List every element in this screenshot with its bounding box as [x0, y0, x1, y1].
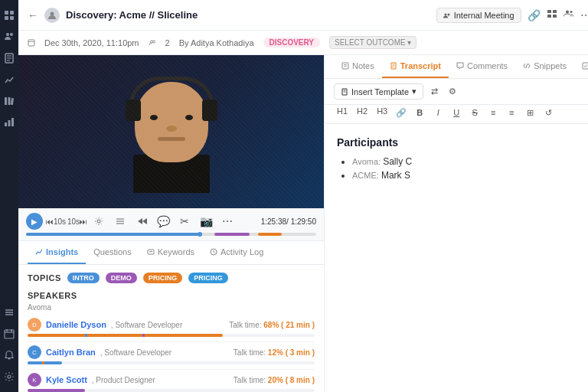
tab-comments[interactable]: Comments: [449, 55, 515, 78]
bold-icon[interactable]: B: [412, 105, 427, 120]
link-format-icon[interactable]: 🔗: [394, 105, 409, 120]
topic-demo[interactable]: DEMO: [106, 273, 137, 283]
main-content: ← Discovery: Acme // Sliceline Internal …: [18, 0, 588, 392]
svg-point-31: [566, 11, 569, 14]
topic-pricing-2[interactable]: PRICING: [188, 273, 228, 283]
controls-bar: ▶ ⏮10s 10s⏭ 💬 ✂: [18, 208, 324, 241]
tab-activity-log[interactable]: Activity Log: [202, 241, 271, 264]
select-outcome-button[interactable]: SELECT OUTCOME ▾: [329, 36, 416, 49]
video-frame[interactable]: [18, 55, 324, 208]
insert-template-button[interactable]: Insert Template ▾: [334, 83, 423, 100]
svg-point-23: [8, 375, 11, 378]
users-icon[interactable]: [564, 8, 574, 21]
settings-ctrl-icon[interactable]: [90, 213, 107, 230]
progress-bar[interactable]: [26, 233, 316, 236]
filter-icon[interactable]: ⚙: [445, 84, 460, 100]
camera-button[interactable]: 📷: [198, 213, 214, 230]
speaker-talktime-1: Talk time: 68% ( 21 min ): [229, 321, 315, 329]
play-button[interactable]: ▶: [26, 213, 43, 230]
svg-point-32: [570, 11, 572, 13]
link-icon[interactable]: 🔗: [528, 9, 541, 21]
svg-rect-0: [5, 11, 8, 15]
progress-row: [26, 233, 316, 236]
insights-tabs: Insights Questions Keywords Activity Log: [18, 241, 324, 265]
sidebar-bell-icon[interactable]: [0, 346, 18, 364]
h3-button[interactable]: H3: [374, 105, 390, 120]
list-ctrl-icon[interactable]: [112, 213, 129, 230]
internal-meeting-label: Internal Meeting: [454, 11, 514, 20]
participants-count: 2: [165, 38, 170, 47]
svg-rect-46: [342, 63, 348, 69]
sidebar-analytics-icon[interactable]: [0, 113, 18, 132]
back10-button[interactable]: [133, 213, 150, 230]
content-split: ▶ ⏮10s 10s⏭ 💬 ✂: [18, 55, 588, 392]
more-icon[interactable]: ⋯: [580, 9, 588, 21]
sidebar-library-icon[interactable]: [0, 92, 18, 110]
svg-rect-19: [5, 330, 14, 338]
ordered-list-icon[interactable]: ≡: [504, 105, 519, 120]
back-button[interactable]: ←: [28, 9, 38, 21]
meeting-author: By Aditya Kothadiya: [179, 38, 254, 47]
meeting-avatar: [44, 8, 60, 23]
metabar: Dec 30th, 2020, 11:10pm 2 By Aditya Koth…: [18, 31, 588, 55]
tab-notes[interactable]: Notes: [334, 55, 382, 78]
tab-scorecards[interactable]: Scorecards: [574, 55, 588, 78]
sidebar-notes-icon[interactable]: [0, 49, 18, 67]
tab-transcript[interactable]: Transcript: [382, 55, 449, 78]
speaker-avatar-1: D: [28, 318, 41, 332]
speaker-role-3: , Product Designer: [92, 376, 155, 384]
speakers-section: SPEAKERS Avoma D Danielle Dyson , Softwa…: [28, 291, 315, 392]
rewind-button[interactable]: ⏮10s: [47, 213, 64, 230]
heading-row: H1 H2 H3 🔗 B I U S ≡ ≡ ⊞ ↺: [325, 105, 588, 124]
svg-rect-14: [8, 120, 11, 126]
sidebar-home-icon[interactable]: [0, 6, 18, 24]
tab-questions[interactable]: Questions: [86, 241, 139, 264]
svg-rect-10: [5, 97, 7, 105]
undo-icon[interactable]: ↺: [541, 105, 556, 120]
speaker-talktime-3: Talk time: 20% ( 8 min ): [234, 376, 315, 384]
speaker-name-3[interactable]: Kyle Scott: [46, 375, 87, 384]
svg-rect-13: [5, 122, 7, 126]
clip-button[interactable]: ✂: [176, 213, 193, 230]
more-ctrl-button[interactable]: ⋯: [219, 213, 236, 230]
topic-pricing-1[interactable]: PRICING: [143, 273, 183, 283]
sync-icon[interactable]: ⇄: [426, 84, 442, 100]
h1-button[interactable]: H1: [334, 105, 351, 120]
speaker-avatar-3: K: [28, 373, 41, 387]
comment-button[interactable]: 💬: [155, 213, 172, 230]
svg-rect-1: [10, 11, 14, 15]
topic-intro[interactable]: INTRO: [67, 273, 100, 283]
svg-line-52: [526, 64, 528, 68]
forward-button[interactable]: 10s⏭: [69, 213, 86, 230]
table-icon[interactable]: ⊞: [522, 105, 537, 120]
layout-icon[interactable]: [547, 8, 557, 21]
tab-snippets[interactable]: Snippets: [515, 55, 574, 78]
participant-2: ACME: Mark S: [352, 170, 588, 181]
topics-row: TOPICS INTRO DEMO PRICING PRICING: [28, 273, 315, 283]
participants-list: Avoma: Sally C ACME: Mark S: [337, 156, 588, 181]
sidebar-calendar-icon[interactable]: [0, 325, 18, 343]
tab-keywords[interactable]: Keywords: [139, 241, 202, 264]
tab-insights[interactable]: Insights: [28, 241, 86, 264]
sidebar-insights-icon[interactable]: [0, 70, 18, 89]
sidebar-settings-icon[interactable]: [0, 368, 18, 386]
sidebar-meetings-icon[interactable]: [0, 28, 18, 46]
svg-rect-2: [5, 16, 8, 20]
sidebar-list-icon[interactable]: [0, 303, 18, 322]
svg-point-37: [97, 220, 100, 223]
speaker-name-2[interactable]: Caitlyn Bran: [46, 348, 96, 357]
speaker-row: D Danielle Dyson , Software Developer Ta…: [28, 318, 315, 332]
italic-icon[interactable]: I: [430, 105, 446, 120]
underline-icon[interactable]: U: [449, 105, 464, 120]
left-panel: ▶ ⏮10s 10s⏭ 💬 ✂: [18, 55, 325, 392]
participant-1-name: Sally C: [383, 156, 412, 167]
topbar: ← Discovery: Acme // Sliceline Internal …: [18, 0, 588, 31]
svg-point-24: [51, 11, 54, 15]
speaker-name-1[interactable]: Danielle Dyson: [46, 320, 106, 329]
participants-title: Participants: [337, 136, 588, 149]
unordered-list-icon[interactable]: ≡: [485, 105, 501, 120]
h2-button[interactable]: H2: [354, 105, 371, 120]
notes-toolbar: Insert Template ▾ ⇄ ⚙: [325, 79, 588, 105]
strikethrough-icon[interactable]: S: [467, 105, 482, 120]
internal-meeting-button[interactable]: Internal Meeting: [436, 8, 521, 23]
